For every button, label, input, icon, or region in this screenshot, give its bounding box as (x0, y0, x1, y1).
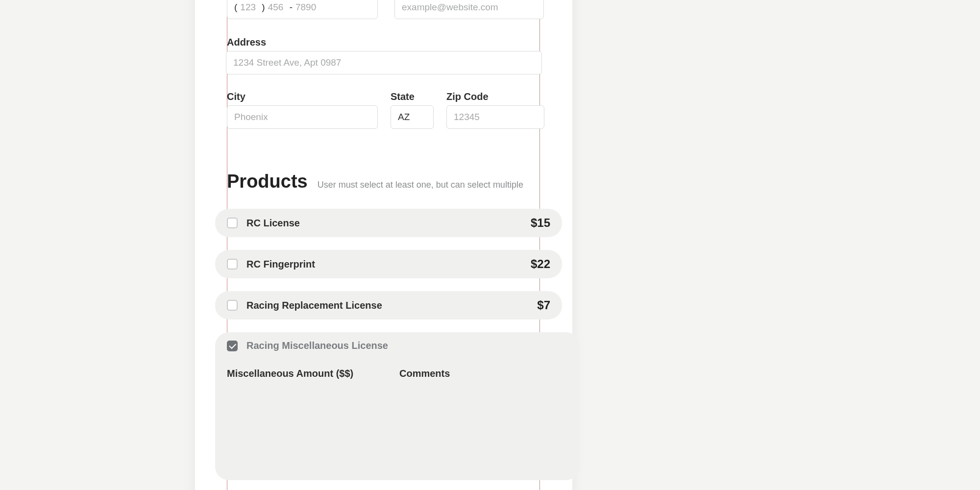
product-row-rc-fingerprint[interactable]: RC Fingerprint $22 (227, 250, 550, 278)
product-checkbox[interactable] (227, 300, 238, 311)
product-checkbox-checked[interactable] (227, 341, 238, 351)
phone-seg-1[interactable] (240, 2, 259, 13)
product-checkbox[interactable] (227, 259, 238, 270)
product-label: RC Fingerprint (246, 259, 315, 270)
phone-left-paren: ( (234, 2, 237, 13)
phone-seg-2[interactable] (268, 2, 287, 13)
phone-dash: - (290, 2, 293, 13)
product-label: Racing Replacement License (246, 300, 382, 311)
address-field[interactable] (226, 51, 542, 74)
product-row-racing-replacement[interactable]: Racing Replacement License $7 (227, 291, 550, 319)
product-label: RC License (246, 218, 300, 229)
form-area: Phone Number ( ) - Email Address Address… (227, 0, 550, 382)
state-label: State (391, 91, 434, 102)
product-price: $22 (531, 257, 550, 271)
phone-right-paren: ) (262, 2, 265, 13)
product-row-rc-license[interactable]: RC License $15 (227, 209, 550, 237)
products-hint: User must select at least one, but can s… (318, 180, 523, 190)
product-row-racing-misc[interactable]: Racing Miscellaneous License Miscellaneo… (227, 332, 550, 382)
zip-label: Zip Code (446, 91, 544, 102)
misc-amount-label: Miscellaneous Amount ($$) (227, 368, 387, 379)
phone-seg-3[interactable] (295, 2, 320, 13)
email-field[interactable] (394, 0, 544, 19)
misc-comments-label: Comments (399, 368, 550, 379)
product-price: $15 (531, 216, 550, 230)
products-heading: Products (227, 171, 308, 192)
city-label: City (227, 91, 378, 102)
address-label: Address (227, 37, 550, 48)
product-checkbox[interactable] (227, 218, 238, 228)
phone-field[interactable]: ( ) - (227, 0, 378, 19)
state-field[interactable] (391, 105, 434, 129)
zip-field[interactable] (446, 105, 544, 129)
city-field[interactable] (227, 105, 378, 129)
product-label: Racing Miscellaneous License (246, 340, 388, 351)
product-price: $7 (537, 298, 550, 312)
